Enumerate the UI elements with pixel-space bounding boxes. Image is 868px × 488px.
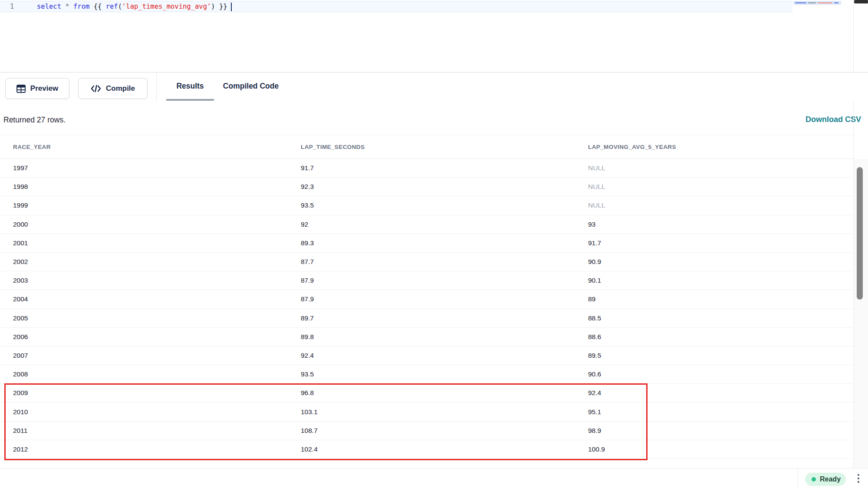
table-row: 200287.790.9 <box>0 253 853 271</box>
toolbar-divider <box>156 73 157 101</box>
column-header-lap-moving-avg[interactable]: LAP_MOVING_AVG_5_YEARS <box>575 144 853 150</box>
table-cell: 2005 <box>0 314 288 322</box>
results-toolbar: Preview Compile Results Compiled Code <box>0 73 868 101</box>
table-cell: 100.9 <box>575 445 853 453</box>
table-cell: 2008 <box>0 370 288 378</box>
table-cell: 1998 <box>0 183 288 191</box>
table-cell: 89.3 <box>288 239 575 247</box>
tab-compiled-code[interactable]: Compiled Code <box>223 73 279 101</box>
minimap-slider[interactable] <box>854 0 868 3</box>
tab-compiled-code-label: Compiled Code <box>223 82 279 90</box>
column-header-race-year[interactable]: RACE_YEAR <box>0 144 288 150</box>
table-cell: 1997 <box>0 164 288 172</box>
table-cell: 2002 <box>0 258 288 266</box>
minimap-token <box>818 2 832 3</box>
results-panel: Returned 27 rows. Download CSV RACE_YEAR… <box>0 101 868 468</box>
code-line[interactable]: select * from {{ ref('lap_times_moving_a… <box>37 1 232 12</box>
table-cell: 90.1 <box>575 277 853 284</box>
table-cell: 87.9 <box>288 277 575 284</box>
table-row: 2011108.798.9 <box>0 422 853 440</box>
editor-divider <box>853 0 854 73</box>
compile-button-label: Compile <box>106 84 135 93</box>
table-cell: 89.8 <box>288 333 575 341</box>
results-scrollbar-thumb[interactable] <box>857 167 863 300</box>
table-cell: 108.7 <box>288 427 575 435</box>
minimap-token <box>834 2 838 3</box>
download-csv-link[interactable]: Download CSV <box>806 115 861 124</box>
table-cell: 102.4 <box>288 445 575 453</box>
line-number: 1 <box>0 1 24 12</box>
table-row: 199791.7NULL <box>0 159 853 178</box>
code-token-plain <box>69 3 73 10</box>
table-cell: NULL <box>575 183 853 191</box>
table-row: 200792.489.5 <box>0 346 853 365</box>
table-cell: 96.8 <box>288 389 575 397</box>
kebab-menu-icon[interactable] <box>856 472 861 485</box>
table-row: 2010103.195.1 <box>0 402 853 421</box>
table-row: 200189.391.7 <box>0 234 853 253</box>
table-cell: 91.7 <box>288 164 575 172</box>
table-cell: 103.1 <box>288 408 575 416</box>
table-cell: 92.4 <box>575 389 853 397</box>
code-token-string: 'lap_times_moving_avg' <box>122 3 211 10</box>
table-cell: 88.6 <box>575 333 853 341</box>
table-cell: 2006 <box>0 333 288 341</box>
table-header-row: RACE_YEAR LAP_TIME_SECONDS LAP_MOVING_AV… <box>0 135 853 159</box>
tab-results[interactable]: Results <box>166 73 214 101</box>
table-cell: 2007 <box>0 352 288 359</box>
preview-button[interactable]: Preview <box>5 78 69 99</box>
code-token-plain <box>61 3 65 10</box>
table-cell: 89.7 <box>288 314 575 322</box>
table-row: 2012102.4100.9 <box>0 440 853 459</box>
table-cell: 2012 <box>0 445 288 453</box>
table-body: 199791.7NULL199892.3NULL199993.5NULL2000… <box>0 159 853 459</box>
table-cell: 92.3 <box>288 183 575 191</box>
status-badge: Ready <box>805 473 846 486</box>
editor-minimap[interactable] <box>793 0 853 73</box>
table-cell: 2009 <box>0 389 288 397</box>
table-row: 20009293 <box>0 215 853 234</box>
table-cell: NULL <box>575 201 853 209</box>
preview-button-label: Preview <box>30 84 58 93</box>
minimap-token <box>795 2 806 3</box>
table-cell: 98.9 <box>575 427 853 435</box>
table-cell: 91.7 <box>575 239 853 247</box>
status-bar: Ready <box>0 468 868 488</box>
table-cell: 87.9 <box>288 295 575 303</box>
ide-screen: 1 select * from {{ ref('lap_times_moving… <box>0 0 868 488</box>
table-cell: 90.6 <box>575 370 853 378</box>
table-icon <box>16 85 26 93</box>
code-token-keyword: ref <box>106 3 118 10</box>
table-row: 199892.3NULL <box>0 178 853 196</box>
table-cell: 2004 <box>0 295 288 303</box>
row-count-summary: Returned 27 rows. <box>3 115 66 125</box>
table-cell: 88.5 <box>575 314 853 322</box>
table-cell: 92.4 <box>288 352 575 359</box>
column-header-lap-time-seconds[interactable]: LAP_TIME_SECONDS <box>288 144 575 150</box>
table-cell: 90.9 <box>575 258 853 266</box>
code-token-plain: {{ <box>89 3 105 10</box>
status-bar-divider <box>798 468 798 488</box>
table-cell: 93.5 <box>288 370 575 378</box>
table-row: 200996.892.4 <box>0 384 853 402</box>
code-token-keyword: select <box>37 3 61 10</box>
code-editor[interactable]: 1 select * from {{ ref('lap_times_moving… <box>0 0 868 73</box>
minimap-token <box>808 2 816 3</box>
text-cursor <box>231 3 232 11</box>
code-token-keyword: from <box>73 3 89 10</box>
table-cell: 89 <box>575 295 853 303</box>
table-row: 200387.990.1 <box>0 271 853 290</box>
table-cell: 2011 <box>0 427 288 435</box>
table-row: 200487.989 <box>0 290 853 309</box>
table-cell: 2010 <box>0 408 288 416</box>
minimap-code-line <box>793 1 841 5</box>
table-cell: 2000 <box>0 221 288 228</box>
code-token-plain: ( <box>118 3 122 10</box>
table-cell: 89.5 <box>575 352 853 359</box>
code-tokens: select * from {{ ref('lap_times_moving_a… <box>37 3 227 10</box>
table-cell: 93 <box>575 221 853 228</box>
code-icon <box>91 85 101 92</box>
table-cell: 1999 <box>0 201 288 209</box>
table-cell: 92 <box>288 221 575 228</box>
compile-button[interactable]: Compile <box>78 78 148 99</box>
